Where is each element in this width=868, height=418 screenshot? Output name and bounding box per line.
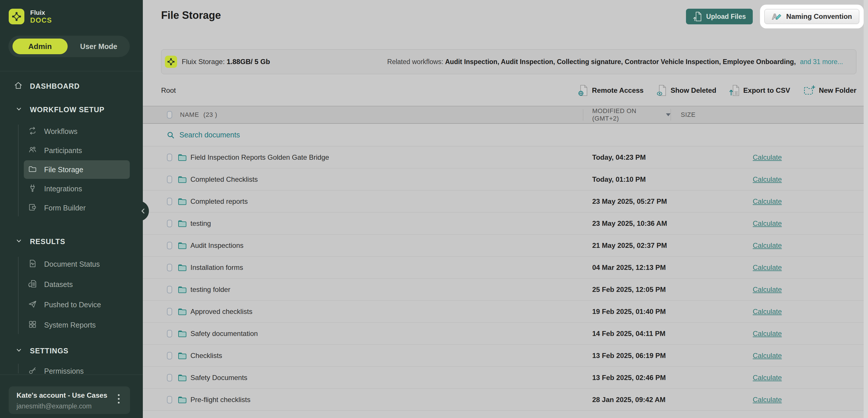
- row-folder-name[interactable]: Safety documentation: [190, 329, 258, 338]
- table-row[interactable]: Safety documentation 14 Feb 2025, 04:11 …: [143, 323, 868, 345]
- calculate-link[interactable]: Calculate: [753, 198, 782, 206]
- select-all-checkbox[interactable]: [167, 111, 172, 118]
- user-mode-button[interactable]: User Mode: [68, 42, 130, 51]
- upload-files-button[interactable]: Upload Files: [686, 9, 753, 24]
- new-folder-button[interactable]: New Folder: [804, 85, 857, 96]
- key-icon: [28, 366, 37, 375]
- table-row[interactable]: testing folder 25 Feb 2025, 12:05 PM Cal…: [143, 279, 868, 301]
- calculate-link[interactable]: Calculate: [753, 396, 782, 404]
- row-folder-name[interactable]: testing folder: [190, 285, 230, 294]
- table-row[interactable]: Pre-flight checklists 28 Jan 2025, 09:42…: [143, 389, 868, 411]
- sidebar-item-datasets[interactable]: Datasets: [0, 274, 143, 294]
- table-row[interactable]: Approved checklists 19 Feb 2025, 01:40 P…: [143, 301, 868, 323]
- name-column-header[interactable]: NAME: [180, 111, 199, 118]
- row-folder-name[interactable]: Completed reports: [190, 198, 248, 206]
- breadcrumb[interactable]: Root: [161, 86, 176, 95]
- row-modified-date: 23 May 2025, 10:36 AM: [592, 219, 667, 228]
- sidebar-item-file-storage[interactable]: File Storage: [24, 160, 130, 179]
- calculate-link[interactable]: Calculate: [753, 219, 782, 228]
- scrollbar[interactable]: [864, 0, 868, 418]
- sidebar-item-system-reports[interactable]: System Reports: [0, 315, 143, 335]
- sidebar-item-dashboard[interactable]: DASHBOARD: [0, 77, 143, 95]
- sidebar-item-participants[interactable]: Participants: [0, 141, 143, 160]
- calculate-link[interactable]: Calculate: [753, 285, 782, 294]
- account-menu-kebab-icon[interactable]: [118, 394, 120, 404]
- row-checkbox[interactable]: [167, 330, 172, 338]
- toolbar: Root Remote Access Show Deleted Export t…: [161, 78, 857, 103]
- related-workflows-more-link[interactable]: and 31 more...: [800, 58, 843, 66]
- row-folder-name[interactable]: Completed Checklists: [190, 175, 258, 183]
- row-folder-name[interactable]: Audit Inspections: [190, 241, 244, 250]
- calculate-link[interactable]: Calculate: [753, 264, 782, 272]
- table-row[interactable]: Field Inspection Reports Golden Gate Bri…: [143, 146, 868, 168]
- sidebar-item-label: Datasets: [44, 280, 73, 289]
- row-modified-date: 19 Feb 2025, 01:40 PM: [592, 308, 666, 316]
- admin-mode-button[interactable]: Admin: [12, 39, 68, 54]
- row-folder-name[interactable]: Field Inspection Reports Golden Gate Bri…: [190, 153, 329, 162]
- row-folder-name[interactable]: Approved checklists: [190, 308, 252, 316]
- sidebar-item-integrations[interactable]: Integrations: [0, 179, 143, 198]
- calculate-link[interactable]: Calculate: [753, 153, 782, 162]
- row-checkbox[interactable]: [167, 176, 172, 183]
- section-settings[interactable]: SETTINGS: [0, 342, 143, 359]
- row-checkbox[interactable]: [167, 308, 172, 315]
- sidebar-item-form-builder[interactable]: Form Builder: [0, 198, 143, 217]
- sidebar-divider: [0, 375, 143, 375]
- sidebar-item-document-status[interactable]: Document Status: [0, 254, 143, 274]
- fluix-storage-icon: [165, 56, 177, 68]
- search-row[interactable]: Search documents: [143, 124, 868, 146]
- size-column-header[interactable]: SIZE: [671, 106, 857, 123]
- sidebar-collapse-button[interactable]: [129, 201, 149, 221]
- table-row[interactable]: testing 23 May 2025, 10:36 AM Calculate: [143, 212, 868, 235]
- account-card[interactable]: Kate's account - Use Cases janesmith@exa…: [9, 386, 130, 414]
- row-checkbox[interactable]: [167, 153, 172, 161]
- table-row[interactable]: Checklists 13 Feb 2025, 06:19 PM Calcula…: [143, 345, 868, 367]
- show-deleted-button[interactable]: Show Deleted: [657, 85, 716, 96]
- row-folder-name[interactable]: Installation forms: [190, 264, 243, 272]
- row-folder-name[interactable]: Pre-flight checklists: [190, 396, 251, 404]
- section-workflow-setup[interactable]: WORKFLOW SETUP: [0, 101, 143, 118]
- sidebar-item-pushed-to-device[interactable]: Pushed to Device: [0, 294, 143, 315]
- row-checkbox[interactable]: [167, 198, 172, 205]
- table-row[interactable]: Completed Checklists Today, 01:10 PM Cal…: [143, 168, 868, 190]
- export-to-csv-button[interactable]: Export to CSV: [730, 85, 790, 96]
- row-checkbox[interactable]: [167, 374, 172, 381]
- home-icon: [14, 81, 23, 91]
- row-checkbox[interactable]: [167, 396, 172, 404]
- modified-column-header[interactable]: MODIFIED ON (GMT+2): [583, 106, 671, 123]
- sidebar-item-label: Form Builder: [44, 204, 86, 212]
- brand: Fluix DOCS: [9, 9, 52, 24]
- brand-name: Fluix: [30, 9, 52, 16]
- folder-icon: [178, 286, 187, 293]
- sidebar-item-label: Pushed to Device: [44, 301, 101, 309]
- calculate-link[interactable]: Calculate: [753, 329, 782, 338]
- calculate-link[interactable]: Calculate: [753, 175, 782, 183]
- sidebar-item-permissions[interactable]: Permissions: [0, 361, 143, 375]
- folder-icon: [178, 198, 187, 205]
- row-checkbox[interactable]: [167, 220, 172, 227]
- calculate-link[interactable]: Calculate: [753, 374, 782, 382]
- remote-access-button[interactable]: Remote Access: [578, 85, 644, 96]
- table-row[interactable]: Installation forms 04 Mar 2025, 12:13 PM…: [143, 256, 868, 279]
- fluix-logo-icon: [9, 9, 24, 24]
- row-checkbox[interactable]: [167, 286, 172, 293]
- row-checkbox[interactable]: [167, 264, 172, 271]
- naming-convention-button[interactable]: A Naming Convention: [764, 9, 859, 24]
- row-checkbox[interactable]: [167, 352, 172, 359]
- table-row[interactable]: Safety Documents 13 Feb 2025, 02:46 PM C…: [143, 367, 868, 389]
- row-folder-name[interactable]: testing: [190, 219, 211, 228]
- section-results[interactable]: RESULTS: [0, 233, 143, 250]
- row-folder-name[interactable]: Checklists: [190, 352, 222, 360]
- table-row[interactable]: Audit Inspections 21 May 2025, 02:37 PM …: [143, 235, 868, 256]
- sidebar-item-workflows[interactable]: Workflows: [0, 122, 143, 141]
- calculate-link[interactable]: Calculate: [753, 352, 782, 360]
- table-row[interactable]: Completed reports 23 May 2025, 05:27 PM …: [143, 190, 868, 212]
- row-checkbox[interactable]: [167, 242, 172, 249]
- sidebar-item-label: System Reports: [44, 321, 96, 329]
- row-folder-name[interactable]: Safety Documents: [190, 374, 247, 382]
- calculate-link[interactable]: Calculate: [753, 308, 782, 316]
- calculate-link[interactable]: Calculate: [753, 241, 782, 250]
- search-input[interactable]: Search documents: [179, 131, 240, 139]
- folder-icon: [178, 153, 187, 161]
- sidebar-item-label: Integrations: [44, 185, 82, 193]
